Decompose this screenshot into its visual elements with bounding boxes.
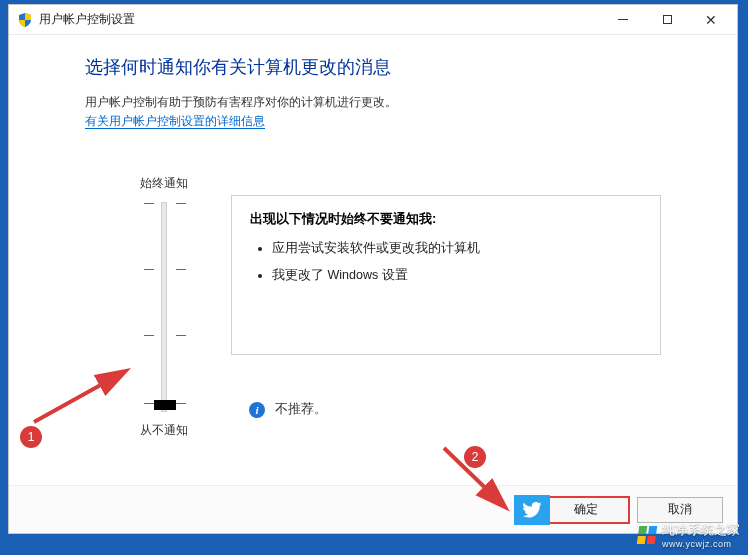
maximize-button[interactable]: [645, 6, 689, 34]
description-panel: 出现以下情况时始终不要通知我: 应用尝试安装软件或更改我的计算机 我更改了 Wi…: [231, 195, 661, 355]
annotation-arrow-1: [24, 364, 134, 428]
panel-title: 出现以下情况时始终不要通知我:: [250, 210, 642, 228]
dialog-footer: 确定 取消: [9, 485, 737, 533]
watermark-logo-icon: [637, 526, 658, 544]
recommendation-note: i 不推荐。: [249, 401, 327, 418]
annotation-badge-1: 1: [20, 426, 42, 448]
watermark-url: www.ycwjz.com: [662, 539, 740, 549]
annotation-badge-2: 2: [464, 446, 486, 468]
page-heading: 选择何时通知你有关计算机更改的消息: [85, 55, 727, 79]
uac-window: 用户帐户控制设置 ✕ 选择何时通知你有关计算机更改的消息 用户帐户控制有助于预防…: [8, 4, 738, 534]
minimize-button[interactable]: [601, 6, 645, 34]
watermark: 纯净系统之家 www.ycwjz.com: [638, 521, 740, 549]
panel-item: 应用尝试安装软件或更改我的计算机: [272, 240, 642, 257]
info-icon: i: [249, 402, 265, 418]
ok-button[interactable]: 确定: [543, 497, 629, 523]
cancel-button-label: 取消: [668, 501, 692, 518]
svg-line-0: [34, 372, 124, 422]
titlebar: 用户帐户控制设置 ✕: [9, 5, 737, 35]
window-title: 用户帐户控制设置: [39, 11, 601, 28]
slider-track[interactable]: [161, 202, 167, 412]
ok-button-label: 确定: [574, 501, 598, 518]
shield-icon: [17, 12, 33, 28]
panel-item: 我更改了 Windows 设置: [272, 267, 642, 284]
slider-thumb[interactable]: [154, 400, 176, 410]
page-subtext: 用户帐户控制有助于预防有害程序对你的计算机进行更改。: [85, 93, 727, 111]
close-button[interactable]: ✕: [689, 6, 733, 34]
learn-more-link[interactable]: 有关用户帐户控制设置的详细信息: [85, 114, 265, 129]
slider-top-label: 始终通知: [119, 175, 209, 192]
watermark-name: 纯净系统之家: [662, 522, 740, 537]
cancel-button[interactable]: 取消: [637, 497, 723, 523]
note-text: 不推荐。: [275, 401, 327, 418]
